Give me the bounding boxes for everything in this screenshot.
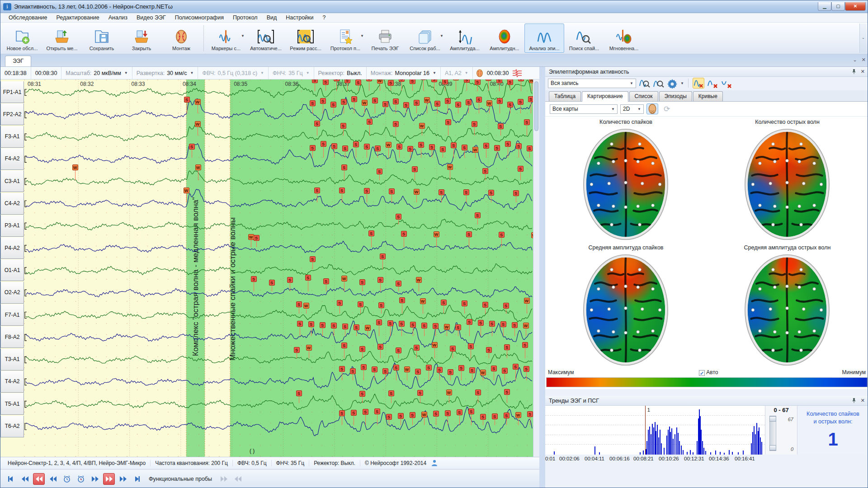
marker-sharp-wave[interactable]: W <box>531 232 533 238</box>
marker-spike[interactable]: S <box>310 145 316 151</box>
marker-spike[interactable]: S <box>310 256 316 262</box>
marker-spike[interactable]: S <box>440 146 446 152</box>
marker-spike[interactable]: S <box>450 346 456 352</box>
marker-spike[interactable]: S <box>320 98 326 104</box>
dropdown-arrow-icon[interactable]: ▼ <box>440 34 443 38</box>
channel-label-O2-A2[interactable]: O2-A2 <box>0 282 24 304</box>
menu-item-9[interactable]: ? <box>318 14 330 22</box>
marker-spike[interactable]: S <box>469 367 475 373</box>
marker-sharp-wave[interactable]: W <box>303 303 309 309</box>
marker-spike[interactable]: S <box>310 100 316 106</box>
marker-spike[interactable]: S <box>334 80 340 81</box>
epi-tab-5[interactable]: Кривые <box>693 91 723 101</box>
marker-spike[interactable]: S <box>399 297 405 303</box>
marker-sharp-wave[interactable]: W <box>424 97 430 103</box>
marker-spike[interactable]: S <box>527 145 533 151</box>
toolbar-button[interactable]: Печать ЭЭГ <box>365 23 405 53</box>
channel-label-P3-A1[interactable]: P3-A1 <box>0 215 24 237</box>
marker-spike[interactable]: S <box>359 279 365 285</box>
marker-sharp-wave[interactable]: W <box>362 100 368 106</box>
marker-spike[interactable]: S <box>374 408 380 414</box>
marker-sharp-wave[interactable]: W <box>515 412 521 418</box>
setting-time[interactable]: A1, A2▼ <box>441 67 473 79</box>
marker-spike[interactable]: S <box>524 119 530 125</box>
menu-item-4[interactable]: Видео ЭЭГ <box>132 14 170 22</box>
marker-spike[interactable]: S <box>507 102 513 108</box>
epi-tab-3[interactable]: Список <box>629 91 658 101</box>
marker-spike[interactable]: S <box>421 323 427 328</box>
marker-sharp-wave[interactable]: W <box>420 298 426 304</box>
marker-spike[interactable]: S <box>305 275 311 281</box>
marker-spike[interactable]: S <box>396 347 401 353</box>
marker-spike[interactable]: S <box>254 235 259 241</box>
marker-sharp-wave[interactable]: W <box>377 80 383 84</box>
marker-sharp-wave[interactable]: W <box>446 389 452 395</box>
gear-dropdown-arrow[interactable]: ▼ <box>680 81 684 85</box>
marker-spike[interactable]: S <box>434 101 440 107</box>
marker-spike[interactable]: S <box>393 99 399 104</box>
marker-spike[interactable]: S <box>455 324 461 330</box>
menu-item-2[interactable]: Редактирование <box>52 14 104 22</box>
marker-spike[interactable]: S <box>355 80 361 85</box>
marker-spike[interactable]: S <box>388 80 394 86</box>
marker-spike[interactable]: S <box>312 80 318 83</box>
eeg-vertical-scrollbar[interactable] <box>533 80 539 457</box>
panel-close-icon[interactable]: ✕ <box>861 69 865 75</box>
marker-spike[interactable]: S <box>269 280 275 286</box>
toolbar-button[interactable]: Маркеры с...▼ <box>206 23 246 53</box>
marker-spike[interactable]: S <box>372 98 378 103</box>
marker-spike[interactable]: S <box>359 391 365 397</box>
marker-spike[interactable]: S <box>387 320 393 326</box>
transport-rew-active-button[interactable] <box>33 473 45 485</box>
marker-spike[interactable]: S <box>377 169 382 174</box>
marker-sharp-wave[interactable]: W <box>306 345 312 351</box>
marker-spike[interactable]: S <box>463 189 469 195</box>
setting-фнч[interactable]: ФНЧ:35 Гц▼ <box>269 67 314 79</box>
marker-spike[interactable]: S <box>502 368 508 374</box>
marker-spike[interactable]: S <box>503 303 509 309</box>
marker-spike[interactable]: S <box>351 410 357 416</box>
marker-sharp-wave[interactable]: W <box>184 188 189 193</box>
marker-spike[interactable]: S <box>513 364 519 370</box>
marker-spike[interactable]: S <box>491 366 497 371</box>
settings-gear-icon[interactable] <box>666 78 678 89</box>
marker-spike[interactable]: S <box>468 343 474 349</box>
spike-search-icon[interactable] <box>638 78 650 89</box>
toolbar-button[interactable]: Монтаж <box>161 23 201 53</box>
marker-sharp-wave[interactable]: W <box>421 412 427 418</box>
marker-spike[interactable]: S <box>516 143 522 149</box>
marker-spike[interactable]: S <box>323 80 329 85</box>
toolbar-button[interactable]: Протокол п...▼ <box>326 23 365 53</box>
marker-spike[interactable]: S <box>393 121 399 127</box>
auto-checkbox[interactable]: ✓ <box>699 370 705 376</box>
marker-spike[interactable]: S <box>396 214 401 220</box>
marker-spike[interactable]: S <box>287 277 293 283</box>
transport-pause-timer-button[interactable] <box>61 473 73 485</box>
transport-ffw-button[interactable] <box>89 473 101 485</box>
epi-tab-1[interactable]: Таблица <box>549 91 581 101</box>
marker-spike[interactable]: S <box>189 144 195 150</box>
menu-item-7[interactable]: Вид <box>262 14 282 22</box>
marker-spike[interactable]: S <box>323 278 329 284</box>
event-wave-icon[interactable] <box>512 69 523 77</box>
channel-label-C3-A1[interactable]: C3-A1 <box>0 170 24 192</box>
toolbar-button[interactable]: Сохранить <box>82 23 122 53</box>
marker-spike[interactable]: S <box>367 119 373 125</box>
channel-label-T3-A1[interactable]: T3-A1 <box>0 349 24 371</box>
marker-spike[interactable]: S <box>451 142 457 148</box>
marker-spike[interactable]: S <box>486 347 492 353</box>
toolbar-button[interactable]: Поиск спай... <box>564 23 604 53</box>
epi-tab-2[interactable]: Картирование <box>582 91 628 102</box>
marker-sharp-wave[interactable]: W <box>365 325 371 331</box>
marker-spike[interactable]: S <box>420 80 426 80</box>
marker-spike[interactable]: S <box>497 98 503 104</box>
marker-spike[interactable]: S <box>376 319 382 325</box>
transport-interval-timer-button[interactable] <box>75 473 87 485</box>
marker-spike[interactable]: S <box>251 276 257 282</box>
maps-filter-select[interactable]: Все карты▼ <box>550 104 618 114</box>
marker-spike[interactable]: S <box>353 141 359 147</box>
marker-spike[interactable]: S <box>414 100 420 106</box>
marker-spike[interactable]: S <box>480 414 486 420</box>
toolbar-button[interactable]: Амплитуда... <box>445 23 485 53</box>
marker-sharp-wave[interactable]: W <box>195 121 201 127</box>
